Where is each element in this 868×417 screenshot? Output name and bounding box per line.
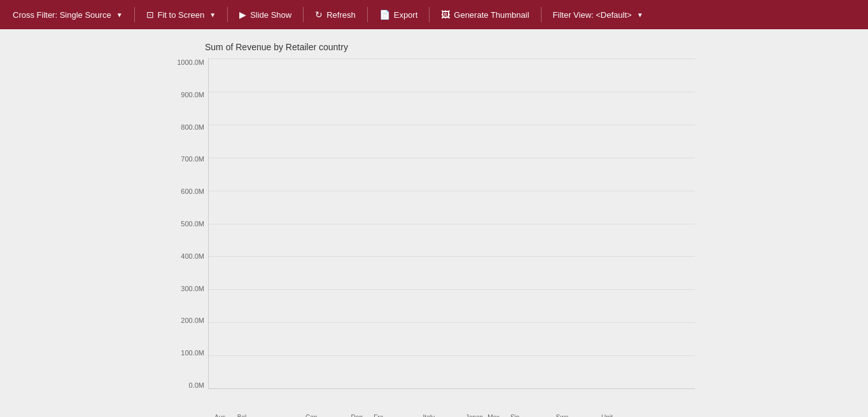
y-axis-label: 500.0M — [181, 220, 204, 228]
x-axis-label: Canada — [305, 414, 325, 417]
x-axis-label: Mexico — [487, 414, 507, 417]
x-axis-label — [396, 414, 416, 417]
divider-3 — [303, 7, 304, 22]
export-label: Export — [394, 10, 418, 20]
x-axis-labels: AustraliaBelgiumCanadaDenmarkFranceItaly… — [208, 414, 695, 417]
x-axis-label — [578, 414, 598, 417]
x-axis-label — [260, 414, 279, 417]
export-icon: 📄 — [379, 10, 390, 20]
x-axis-label: United St. — [601, 414, 620, 417]
chart-inner: 1000.0M900.0M800.0M700.0M600.0M500.0M400… — [173, 58, 695, 402]
y-axis-label: 0.0M — [189, 381, 204, 389]
x-axis-label — [328, 414, 347, 417]
x-axis-label — [442, 414, 461, 417]
refresh-label: Refresh — [326, 10, 356, 20]
cross-filter-chevron: ▼ — [116, 11, 123, 18]
x-axis-label: Italy — [419, 414, 438, 417]
y-axis-label: 900.0M — [181, 91, 204, 99]
divider-1 — [134, 7, 135, 22]
y-axis-label: 800.0M — [181, 123, 204, 131]
cross-filter-button[interactable]: Cross Filter: Single Source ▼ — [6, 8, 129, 22]
y-axis-label: 1000.0M — [177, 58, 204, 66]
y-axis-label: 400.0M — [181, 252, 204, 260]
x-axis-label: Denmark — [351, 414, 370, 417]
x-axis-label: Singapore — [510, 414, 529, 417]
refresh-icon: ↻ — [315, 10, 323, 20]
chart-container: Sum of Revenue by Retailer country 1000.… — [173, 42, 695, 402]
x-axis-label: France — [374, 414, 393, 417]
x-axis-label — [624, 414, 643, 417]
x-axis-label — [283, 414, 302, 417]
x-axis-label: Japan — [465, 414, 484, 417]
filter-view-button[interactable]: Filter View: <Default> ▼ — [547, 8, 650, 22]
generate-thumbnail-label: Generate Thumbnail — [454, 10, 529, 20]
divider-5 — [429, 7, 430, 22]
divider-2 — [227, 7, 228, 22]
toolbar: Cross Filter: Single Source ▼ ⊡ Fit to S… — [0, 0, 868, 29]
chart-title: Sum of Revenue by Retailer country — [205, 42, 695, 52]
export-button[interactable]: 📄 Export — [373, 7, 424, 22]
cross-filter-label: Cross Filter: Single Source — [13, 10, 111, 20]
y-axis-label: 600.0M — [181, 188, 204, 195]
refresh-button[interactable]: ↻ Refresh — [309, 7, 362, 22]
fit-to-screen-button[interactable]: ⊡ Fit to Screen ▼ — [140, 7, 223, 22]
y-axis-label: 300.0M — [181, 285, 204, 292]
y-axis-labels: 1000.0M900.0M800.0M700.0M600.0M500.0M400… — [173, 58, 208, 389]
fit-to-screen-label: Fit to Screen — [158, 10, 205, 20]
fit-to-screen-chevron: ▼ — [209, 11, 216, 18]
slide-show-button[interactable]: ▶ Slide Show — [233, 7, 298, 22]
generate-thumbnail-icon: 🖼 — [441, 10, 450, 20]
x-axis-label: Australia — [214, 414, 234, 417]
x-axis-label: Sweden — [556, 414, 575, 417]
filter-view-label: Filter View: <Default> — [553, 10, 632, 20]
main-content: Sum of Revenue by Retailer country 1000.… — [0, 29, 868, 417]
y-axis-label: 200.0M — [181, 317, 204, 324]
divider-4 — [367, 7, 368, 22]
y-axis-label: 700.0M — [181, 155, 204, 163]
fit-to-screen-icon: ⊡ — [146, 10, 154, 20]
generate-thumbnail-button[interactable]: 🖼 Generate Thumbnail — [435, 7, 535, 22]
plot-area — [208, 58, 695, 389]
x-axis-label — [533, 414, 552, 417]
x-axis-label — [647, 414, 666, 417]
y-axis-label: 100.0M — [181, 349, 204, 357]
slide-show-label: Slide Show — [250, 10, 291, 20]
divider-6 — [541, 7, 542, 22]
x-axis-label: Belgium — [237, 414, 256, 417]
bars-container — [209, 58, 695, 388]
slide-show-icon: ▶ — [239, 10, 246, 20]
filter-view-chevron: ▼ — [637, 11, 643, 18]
x-axis-label — [669, 414, 689, 417]
